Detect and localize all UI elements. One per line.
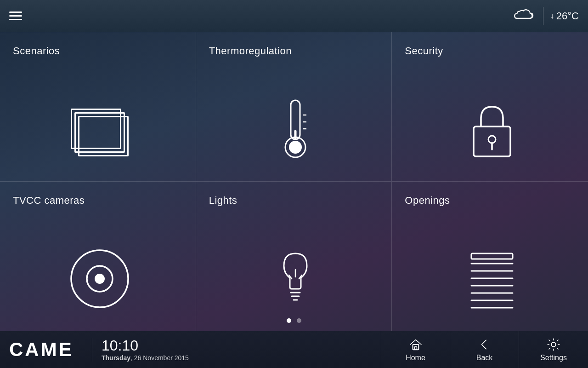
home-icon: [408, 337, 423, 352]
svg-rect-19: [471, 253, 513, 259]
time-section: 10:10 Thursday, 26 November 2015: [92, 338, 381, 361]
brand-name: CAME: [9, 339, 74, 361]
brand-section: CAME: [0, 339, 92, 361]
header: ↓ 26°C: [0, 0, 588, 32]
cloud-icon: [512, 7, 536, 25]
time-display: 10:10: [102, 338, 372, 354]
openings-label: Openings: [405, 195, 450, 207]
svg-point-12: [95, 274, 104, 283]
footer-nav: Home Back Settings: [381, 331, 588, 368]
svg-point-30: [551, 342, 556, 347]
thermometer-icon: [277, 97, 314, 163]
footer: CAME 10:10 Thursday, 26 November 2015 Ho…: [0, 331, 588, 368]
home-label: Home: [406, 354, 425, 362]
lights-label: Lights: [209, 195, 237, 207]
tvcc-label: TVCC cameras: [13, 195, 85, 207]
settings-label: Settings: [540, 354, 567, 362]
svg-point-3: [289, 141, 301, 153]
thermoregulation-label: Thermoregulation: [209, 45, 292, 57]
pagination: [287, 318, 301, 323]
settings-icon: [546, 337, 561, 352]
security-label: Security: [405, 45, 443, 57]
back-button[interactable]: Back: [450, 331, 519, 368]
pagination-dot-1[interactable]: [287, 318, 291, 323]
svg-point-8: [488, 136, 496, 143]
date-display: Thursday, 26 November 2015: [102, 354, 372, 362]
menu-button[interactable]: [9, 12, 22, 20]
bulb-icon: [272, 247, 318, 313]
date-rest: , 26 November 2015: [130, 354, 189, 362]
camera-icon: [68, 247, 132, 313]
main-grid: Scenarios Thermoregulation Security: [0, 32, 588, 331]
temp-arrow: ↓: [550, 11, 554, 21]
scenarios-icon: [70, 108, 130, 163]
back-label: Back: [476, 354, 493, 362]
temperature-value: 26°C: [556, 10, 579, 22]
back-icon: [477, 337, 492, 352]
tvcc-cell[interactable]: TVCC cameras: [0, 182, 196, 331]
home-button[interactable]: Home: [381, 331, 450, 368]
date-day: Thursday: [102, 354, 130, 362]
divider: [543, 7, 543, 25]
lights-cell[interactable]: Lights: [196, 182, 392, 331]
header-right: ↓ 26°C: [512, 7, 579, 25]
scenarios-cell[interactable]: Scenarios: [0, 32, 196, 182]
temperature-display: ↓ 26°C: [550, 10, 579, 22]
openings-cell[interactable]: Openings: [392, 182, 588, 331]
svg-rect-7: [474, 126, 510, 156]
pagination-dot-2[interactable]: [297, 318, 301, 323]
thermoregulation-cell[interactable]: Thermoregulation: [196, 32, 392, 182]
blinds-icon: [469, 251, 515, 313]
lock-icon: [469, 101, 515, 163]
security-cell[interactable]: Security: [392, 32, 588, 182]
scenarios-label: Scenarios: [13, 45, 60, 57]
settings-button[interactable]: Settings: [519, 331, 588, 368]
